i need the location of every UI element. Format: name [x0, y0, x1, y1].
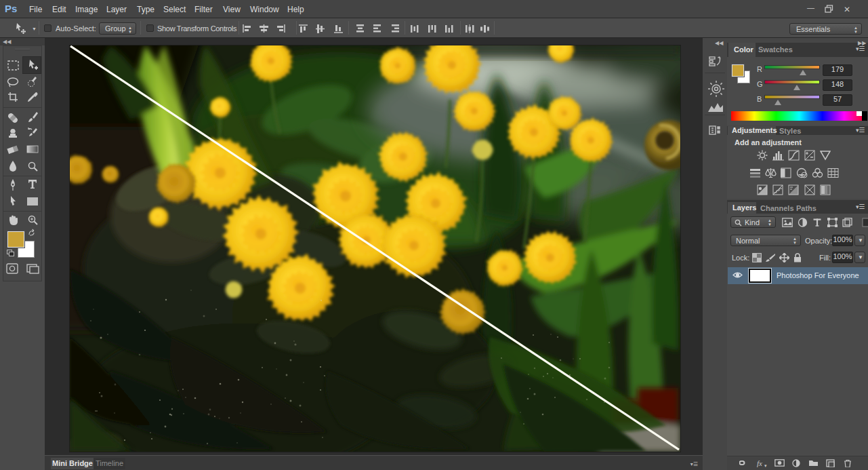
- svg-text:▾: ▾: [764, 463, 767, 467]
- svg-text:fx: fx: [757, 459, 762, 467]
